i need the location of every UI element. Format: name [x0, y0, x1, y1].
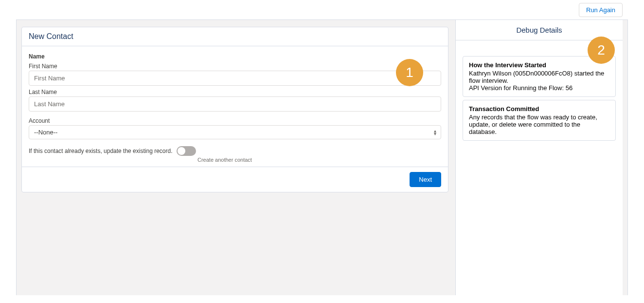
toggle-caption: Create another contact	[197, 157, 441, 163]
run-again-button[interactable]: Run Again	[579, 3, 623, 17]
update-existing-toggle[interactable]	[177, 146, 196, 156]
last-name-input[interactable]	[29, 96, 441, 112]
debug-card-interview: How the Interview Started Kathryn Wilson…	[463, 56, 616, 97]
debug-card-transaction: Transaction Committed Any records that t…	[463, 100, 616, 141]
form-column: New Contact Name First Name Last Name Ac…	[17, 20, 456, 295]
next-button[interactable]: Next	[410, 172, 441, 187]
existing-contact-toggle-row: If this contact already exists, update t…	[29, 146, 441, 156]
debug-title: How the Interview Started	[469, 61, 609, 69]
debug-line: Any records that the flow was ready to c…	[469, 114, 609, 135]
debug-column: Debug Details How the Interview Started …	[456, 20, 623, 295]
debug-line: API Version for Running the Flow: 56	[469, 84, 609, 92]
new-contact-card: New Contact Name First Name Last Name Ac…	[21, 27, 448, 192]
main-container: 1 2 New Contact Name First Name Last Nam…	[16, 19, 628, 295]
debug-line: Kathryn Wilson (005Dn000006FcO8) started…	[469, 70, 609, 84]
account-select[interactable]: --None--	[29, 125, 441, 139]
first-name-input[interactable]	[29, 71, 441, 86]
topbar: Run Again	[0, 0, 644, 19]
last-name-label: Last Name	[29, 89, 441, 95]
toggle-text: If this contact already exists, update t…	[29, 148, 173, 154]
debug-body: How the Interview Started Kathryn Wilson…	[456, 40, 623, 148]
card-footer: Next	[22, 167, 448, 192]
toggle-knob	[178, 147, 185, 155]
debug-title: Transaction Committed	[469, 105, 609, 113]
account-select-wrap: --None-- ▴▾	[29, 125, 441, 139]
first-name-label: First Name	[29, 63, 441, 70]
name-section-label: Name	[29, 53, 441, 60]
card-body: Name First Name Last Name Account --None…	[22, 46, 448, 167]
debug-details-header: Debug Details	[456, 20, 623, 40]
account-label: Account	[29, 117, 441, 124]
card-title: New Contact	[22, 27, 448, 46]
